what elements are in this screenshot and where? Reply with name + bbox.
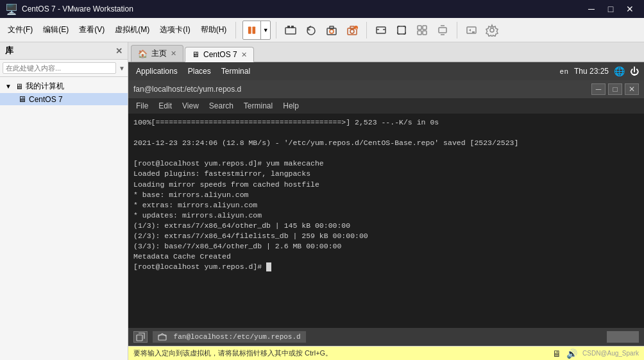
- svg-rect-4: [291, 26, 294, 28]
- tree-collapse-icon: ▼: [5, 83, 13, 90]
- terminal-line-blank-2: [133, 148, 639, 159]
- toolbar-separator-4: [457, 22, 457, 39]
- vm-icon: 🖥: [18, 94, 26, 104]
- svg-rect-0: [248, 26, 251, 33]
- menu-help[interactable]: 帮助(H): [196, 22, 232, 38]
- term-menu-terminal[interactable]: Terminal: [239, 100, 278, 112]
- titlebar-title: CentOS 7 - VMware Workstation: [22, 4, 579, 13]
- settings-button[interactable]: [483, 21, 501, 39]
- sidebar-header: 库 ✕: [0, 42, 128, 60]
- terminal-line-8: * updates: mirrors.aliyun.com: [133, 210, 639, 221]
- term-menu-help[interactable]: Help: [278, 100, 304, 112]
- titlebar: 🖥️ CentOS 7 - VMware Workstation ─ □ ✕: [0, 0, 644, 18]
- toolbar-separator-3: [366, 22, 367, 39]
- send-ctrl-alt-del-button[interactable]: [282, 21, 300, 39]
- terminal-line-4: Loaded plugins: fastestmirror, langpacks: [133, 169, 639, 179]
- minimize-button[interactable]: ─: [582, 3, 600, 15]
- term-menu-file[interactable]: File: [131, 100, 153, 112]
- full-screen-button[interactable]: [393, 21, 411, 39]
- vmware-toolbar: 文件(F) 编辑(E) 查看(V) 虚拟机(M) 选项卡(I) 帮助(H) ▼: [0, 18, 644, 42]
- statusbar-right: 🖥 🔊 CSDN@Aug_Spark: [552, 348, 639, 359]
- snapshot-manager-button[interactable]: +: [343, 21, 361, 39]
- svg-rect-20: [439, 28, 446, 33]
- centos7-tab-close[interactable]: ✕: [241, 51, 247, 59]
- sidebar-search: ▼: [0, 60, 128, 77]
- guest-topbar-left: Applications Places Terminal: [133, 65, 253, 77]
- terminal-body[interactable]: 100%[===================================…: [128, 114, 644, 328]
- svg-rect-17: [423, 26, 427, 30]
- volume-icon: 🔊: [566, 348, 577, 359]
- search-input[interactable]: [3, 62, 116, 74]
- sidebar-close-button[interactable]: ✕: [115, 46, 123, 56]
- terminal-line-1: 100%[===================================…: [133, 117, 639, 128]
- vm-guest[interactable]: Applications Places Terminal en Thu 23:2…: [128, 62, 644, 346]
- term-menu-search[interactable]: Search: [204, 100, 239, 112]
- menu-file[interactable]: 文件(F): [3, 22, 38, 38]
- terminal-close-button[interactable]: ✕: [625, 83, 639, 95]
- svg-rect-23: [137, 335, 142, 341]
- unity-button[interactable]: [413, 21, 431, 39]
- menu-tabs[interactable]: 选项卡(I): [155, 22, 195, 38]
- terminal-cursor: [266, 262, 271, 271]
- applications-label: Applications: [136, 67, 178, 76]
- guest-applications-menu[interactable]: Applications: [133, 65, 180, 77]
- svg-rect-1: [253, 26, 256, 33]
- term-menu-view[interactable]: View: [177, 100, 204, 112]
- tree-item-centos7[interactable]: 🖥 CentOS 7: [0, 93, 128, 105]
- pause-button-group[interactable]: ▼: [242, 21, 271, 40]
- term-menu-edit[interactable]: Edit: [153, 100, 177, 112]
- pause-button[interactable]: [243, 21, 261, 39]
- terminal-line-2: 2021-12-23 23:24:06 (12.8 MB/s) - '/etc/…: [133, 138, 639, 148]
- svg-point-7: [330, 30, 334, 33]
- svg-rect-2: [285, 28, 296, 34]
- csdn-watermark: CSDN@Aug_Spark: [582, 350, 639, 357]
- console-button[interactable]: [462, 21, 480, 39]
- terminal-minimize-button[interactable]: ─: [591, 83, 606, 95]
- pause-dropdown-arrow[interactable]: ▼: [261, 21, 270, 39]
- app-icon: 🖥️: [5, 3, 18, 15]
- tab-home[interactable]: 🏠 主页 ✕: [131, 45, 183, 62]
- terminal-controls: ─ □ ✕: [591, 83, 639, 95]
- close-button[interactable]: ✕: [621, 3, 639, 15]
- terminal-titlebar: fan@localhost:/etc/yum.repos.d ─ □ ✕: [128, 80, 644, 98]
- snapshot-button[interactable]: [323, 21, 341, 39]
- terminal-status-right: [607, 331, 639, 343]
- guest-topbar: Applications Places Terminal en Thu 23:2…: [128, 62, 644, 80]
- svg-rect-15: [398, 26, 405, 34]
- revert-snapshot-button[interactable]: [302, 21, 320, 39]
- svg-point-10: [350, 30, 354, 33]
- sidebar-tree: ▼ 🖥 我的计算机 🖥 CentOS 7: [0, 77, 128, 360]
- titlebar-controls: ─ □ ✕: [582, 3, 639, 15]
- terminal-line-blank-1: [133, 128, 639, 138]
- terminal-line-9: (1/3): extras/7/x86_64/other_db | 145 kB…: [133, 221, 639, 231]
- blank-button[interactable]: [434, 21, 452, 39]
- tree-item-my-computer[interactable]: ▼ 🖥 我的计算机: [0, 80, 128, 93]
- terminal-label: Terminal: [221, 67, 250, 76]
- maximize-button[interactable]: □: [602, 3, 620, 15]
- power-icon[interactable]: ⏻: [630, 66, 639, 76]
- menu-vm[interactable]: 虚拟机(M): [110, 22, 155, 38]
- terminal-duplicate-button[interactable]: [133, 331, 148, 343]
- guest-places-menu[interactable]: Places: [185, 65, 214, 77]
- svg-rect-19: [423, 31, 427, 35]
- places-label: Places: [188, 67, 211, 76]
- terminal-window-title: fan@localhost:/etc/yum.repos.d: [133, 85, 241, 94]
- menu-edit[interactable]: 编辑(E): [38, 22, 74, 38]
- tab-centos7[interactable]: 🖥 CentOS 7 ✕: [185, 47, 254, 62]
- search-dropdown-arrow[interactable]: ▼: [119, 65, 125, 72]
- guest-terminal-menu[interactable]: Terminal: [219, 65, 253, 77]
- terminal-line-12: Metadata Cache Created: [133, 252, 639, 262]
- svg-rect-3: [287, 26, 290, 28]
- toolbar-icons: ▼: [242, 21, 501, 40]
- menu-view[interactable]: 查看(V): [74, 22, 110, 38]
- terminal-line-6: * base: mirrors.aliyun.com: [133, 190, 639, 200]
- fit-guest-button[interactable]: [372, 21, 390, 39]
- home-tab-close[interactable]: ✕: [171, 49, 176, 58]
- network-icon[interactable]: 🌐: [614, 66, 625, 76]
- terminal-maximize-button[interactable]: □: [608, 83, 622, 95]
- sidebar: 库 ✕ ▼ ▼ 🖥 我的计算机 🖥 CentOS 7: [0, 42, 128, 360]
- toolbar-separator-1: [235, 22, 236, 39]
- status-hint-text: 要将输入定向到该虚拟机，请将鼠标指针移入其中或按 Ctrl+G。: [133, 348, 332, 358]
- main-area: 库 ✕ ▼ ▼ 🖥 我的计算机 🖥 CentOS 7 🏠 主页 ✕: [0, 42, 644, 360]
- sidebar-title: 库: [5, 45, 13, 56]
